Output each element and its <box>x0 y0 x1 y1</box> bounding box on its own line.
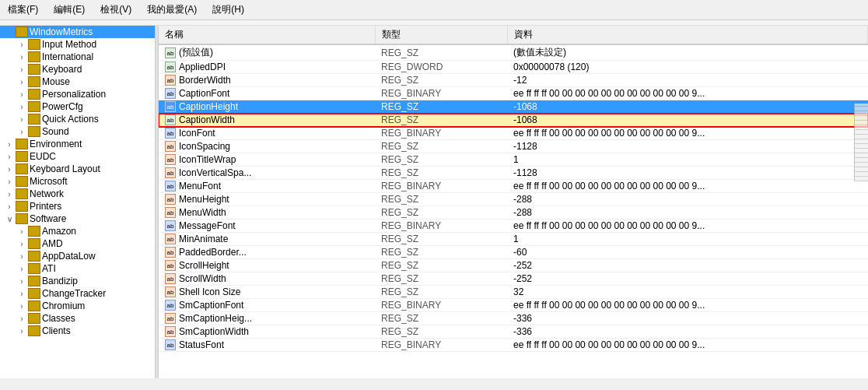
cell-name-text: SmCaptionHeig... <box>179 313 252 324</box>
menu-item[interactable]: 我的最愛(A) <box>142 2 201 18</box>
tree-item-appdatalow[interactable]: ›AppDataLow <box>0 250 155 262</box>
table-row[interactable]: abCaptionFontREG_BINARYee ff ff ff 00 00… <box>159 87 868 100</box>
tree-item-amazon[interactable]: ›Amazon <box>0 225 155 237</box>
folder-icon <box>16 213 28 224</box>
cell-type: REG_BINARY <box>375 339 507 352</box>
folder-icon <box>28 325 40 336</box>
cell-data: (數值未設定) <box>507 44 867 61</box>
cell-data: 0x00000078 (120) <box>507 61 867 74</box>
table-row[interactable]: abSmCaptionFontREG_BINARYee ff ff ff 00 … <box>159 299 868 312</box>
cell-data: -252 <box>507 272 867 286</box>
tree-item-classes[interactable]: ›Classes <box>0 312 155 325</box>
tree-item-network[interactable]: ›Network <box>0 188 155 200</box>
table-row[interactable]: abIconVerticalSpa...REG_SZ-1128 <box>159 167 868 180</box>
folder-icon <box>28 313 40 324</box>
tree-item-international[interactable]: ›International <box>0 51 155 63</box>
folder-icon <box>28 251 40 262</box>
table-row[interactable]: abMenuFontREG_BINARYee ff ff ff 00 00 00… <box>159 180 868 193</box>
tree-item-printers[interactable]: ›Printers <box>0 200 155 213</box>
tree-item-powercfg[interactable]: ›PowerCfg <box>0 100 155 113</box>
cell-name: abIconFont <box>159 127 375 140</box>
table-row[interactable]: abCaptionHeightREG_SZ-1068 <box>159 100 868 114</box>
tree-panel[interactable]: WindowMetrics›Input Method›International… <box>0 26 156 378</box>
tree-item-label: WindowMetrics <box>30 26 93 37</box>
cell-name: abMessageFont <box>159 220 375 233</box>
table-row[interactable]: abAppliedDPIREG_DWORD0x00000078 (120) <box>159 61 868 74</box>
cell-data: -336 <box>507 325 867 339</box>
tree-item-keyboard[interactable]: ›Keyboard <box>0 63 155 76</box>
tree-item-label: Network <box>30 188 64 199</box>
table-row[interactable]: abSmCaptionHeig...REG_SZ-336 <box>159 312 868 325</box>
table-row[interactable]: abIconFontREG_BINARYee ff ff ff 00 00 00… <box>159 127 868 140</box>
tree-item-amd[interactable]: ›AMD <box>0 237 155 250</box>
table-row[interactable]: abScrollWidthREG_SZ-252 <box>159 272 868 286</box>
tree-item-windowmetrics[interactable]: WindowMetrics <box>0 26 155 38</box>
cell-data: -252 <box>507 259 867 272</box>
tree-arrow-icon: › <box>3 165 16 174</box>
table-row[interactable]: abSmCaptionWidthREG_SZ-336 <box>159 325 868 339</box>
folder-icon <box>28 263 40 274</box>
cell-data: ee ff ff ff 00 00 00 00 00 00 00 00 00 0… <box>507 339 867 352</box>
cell-type: REG_BINARY <box>375 299 507 312</box>
reg-value-icon: ab <box>165 128 176 139</box>
tree-item-changetracker[interactable]: ›ChangeTracker <box>0 287 155 300</box>
table-row[interactable]: abIconSpacingREG_SZ-1128 <box>159 140 868 153</box>
tree-item-sound[interactable]: ›Sound <box>0 125 155 138</box>
table-row[interactable]: abCaptionWidthREG_SZ-1068 <box>159 114 868 127</box>
cell-name: abAppliedDPI <box>159 61 375 74</box>
tree-item-label: International <box>42 51 93 62</box>
tree-item-chromium[interactable]: ›Chromium <box>0 300 155 312</box>
tree-item-inputmethod[interactable]: ›Input Method <box>0 38 155 51</box>
table-row[interactable]: abPaddedBorder...REG_SZ-60 <box>159 246 868 259</box>
menu-item[interactable]: 檔案(F) <box>3 2 43 18</box>
table-row[interactable]: ab(預設值)REG_SZ(數值未設定) <box>159 44 868 61</box>
reg-value-icon: ab <box>165 286 176 297</box>
tree-item-quickactions[interactable]: ›Quick Actions <box>0 113 155 125</box>
col-data[interactable]: 資料 <box>507 26 867 44</box>
cell-name: abBorderWidth <box>159 74 375 87</box>
tree-item-personalization[interactable]: ›Personalization <box>0 88 155 100</box>
cell-name-text: CaptionFont <box>179 88 229 99</box>
cell-name-text: IconVerticalSpa... <box>179 167 251 178</box>
table-row[interactable]: abMessageFontREG_BINARYee ff ff ff 00 00… <box>159 220 868 233</box>
table-row[interactable]: abBorderWidthREG_SZ-12 <box>159 74 868 87</box>
cell-data: -1068 <box>507 114 867 127</box>
menu-item[interactable]: 檢視(V) <box>96 2 136 18</box>
reg-value-icon: ab <box>165 167 176 178</box>
tree-arrow-icon: › <box>16 40 28 49</box>
menu-item[interactable]: 編輯(E) <box>49 2 89 18</box>
cell-name: abSmCaptionHeig... <box>159 312 375 325</box>
tree-item-bandizip[interactable]: ›Bandizip <box>0 275 155 287</box>
tree-item-software[interactable]: ∨Software <box>0 213 155 225</box>
reg-value-icon: ab <box>165 300 176 311</box>
table-row[interactable]: abMenuHeightREG_SZ-288 <box>159 193 868 206</box>
tree-item-environment[interactable]: ›Environment <box>0 138 155 150</box>
tree-item-label: Personalization <box>42 89 106 100</box>
tree-item-ati[interactable]: ›ATI <box>0 262 155 275</box>
table-row[interactable]: abMinAnimateREG_SZ1 <box>159 233 868 246</box>
tree-item-keyboardlayout[interactable]: ›Keyboard Layout <box>0 163 155 175</box>
table-row[interactable]: abShell Icon SizeREG_SZ32 <box>159 286 868 299</box>
cell-data: ee ff ff ff 00 00 00 00 00 00 00 00 00 0… <box>507 87 867 100</box>
tree-item-mouse[interactable]: ›Mouse <box>0 76 155 88</box>
menu-item[interactable]: 說明(H) <box>208 2 249 18</box>
cell-name-text: SmCaptionFont <box>179 300 243 311</box>
cell-type: REG_SZ <box>375 153 507 167</box>
table-row[interactable]: abScrollHeightREG_SZ-252 <box>159 259 868 272</box>
folder-icon <box>28 300 40 311</box>
registry-table: 名稱 類型 資料 ab(預設值)REG_SZ(數值未設定)abAppliedDP… <box>159 26 868 352</box>
cell-type: REG_SZ <box>375 286 507 299</box>
tree-item-clients[interactable]: ›Clients <box>0 325 155 337</box>
table-row[interactable]: abStatusFontREG_BINARYee ff ff ff 00 00 … <box>159 339 868 352</box>
col-name[interactable]: 名稱 <box>159 26 375 44</box>
tree-item-microsoft[interactable]: ›Microsoft <box>0 175 155 188</box>
tree-item-eudc[interactable]: ›EUDC <box>0 150 155 163</box>
col-type[interactable]: 類型 <box>375 26 507 44</box>
table-row[interactable]: abMenuWidthREG_SZ-288 <box>159 206 868 220</box>
cell-name-text: CaptionWidth <box>179 114 235 125</box>
cell-type: REG_SZ <box>375 74 507 87</box>
table-row[interactable]: abIconTitleWrapREG_SZ1 <box>159 153 868 167</box>
tree-arrow-icon: › <box>3 190 16 199</box>
tree-arrow-icon: › <box>16 290 28 298</box>
content-panel[interactable]: 名稱 類型 資料 ab(預設值)REG_SZ(數值未設定)abAppliedDP… <box>159 26 868 378</box>
